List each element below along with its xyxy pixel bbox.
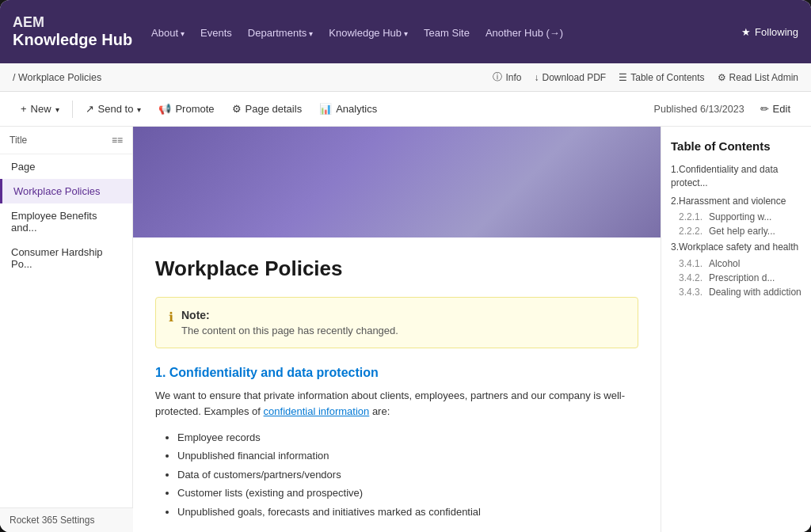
page-details-button[interactable]: ⚙ Page details xyxy=(224,99,310,119)
section1-heading[interactable]: 1. Confidentiality and data protection xyxy=(155,366,638,380)
toc-title: Table of Contents xyxy=(671,139,801,153)
sidebar: Title ≡ Page Workplace Policies Employee… xyxy=(0,127,133,532)
settings-icon xyxy=(718,72,726,83)
toc-item[interactable]: 2.Harassment and violence xyxy=(671,192,801,211)
nav-another-hub[interactable]: Another Hub (→) xyxy=(479,24,569,42)
new-icon: + xyxy=(21,103,27,115)
note-title: Note: xyxy=(181,309,398,321)
list-item: Data of customers/partners/vendors xyxy=(177,466,638,484)
read-list-admin-action[interactable]: Read List Admin xyxy=(718,72,798,83)
toc-item[interactable]: 3.Workplace safety and health xyxy=(671,238,801,256)
download-pdf-action[interactable]: Download PDF xyxy=(535,72,607,83)
nav-knowledge-hub[interactable]: Knowledge Hub xyxy=(322,24,414,42)
sidebar-title-label: Title xyxy=(10,135,27,146)
page-title: Workplace Policies xyxy=(155,256,638,281)
sidebar-item-page[interactable]: Page xyxy=(0,154,132,179)
toc-sub-text: Dealing with addiction xyxy=(709,287,801,298)
sidebar-header: Title ≡ xyxy=(0,127,132,154)
info-action[interactable]: Info xyxy=(493,70,521,84)
note-content: Note: The content on this page has recen… xyxy=(181,309,398,336)
toc-sub-text: Prescription d... xyxy=(709,272,775,283)
page-content: Workplace Policies ℹ Note: The content o… xyxy=(133,127,811,532)
nav-departments[interactable]: Departments xyxy=(242,24,319,42)
sidebar-footer-settings[interactable]: Rocket 365 Settings xyxy=(0,507,133,532)
note-text: The content on this page has recently ch… xyxy=(181,325,398,336)
sidebar-item-consumer-hardship[interactable]: Consumer Hardship Po... xyxy=(0,240,132,276)
confidential-info-link[interactable]: confidential information xyxy=(264,405,370,417)
edit-icon xyxy=(760,103,769,115)
page-details-icon: ⚙ xyxy=(232,103,242,115)
nav-links: About Events Departments Knowledge Hub T… xyxy=(145,24,569,42)
breadcrumb: / Workplace Policies xyxy=(13,72,101,83)
bullet-list: Employee records Unpublished financial i… xyxy=(177,428,638,521)
analytics-icon: 📊 xyxy=(319,103,332,115)
list-icon: ≡ xyxy=(112,135,123,146)
breadcrumb-actions: Info Download PDF Table of Contents Read… xyxy=(493,70,798,84)
list-item: Customer lists (existing and prospective… xyxy=(177,484,638,502)
logo-abbr: AEM xyxy=(13,14,132,31)
analytics-button[interactable]: 📊 Analytics xyxy=(311,99,385,119)
chevron-down-icon xyxy=(137,103,141,115)
list-item: Unpublished financial information xyxy=(177,446,638,465)
info-icon xyxy=(493,70,502,84)
note-box: ℹ Note: The content on this page has rec… xyxy=(155,297,638,348)
nav-about[interactable]: About xyxy=(145,24,191,42)
logo-block: AEM Knowledge Hub xyxy=(13,14,132,49)
section1-intro: We want to ensure that private informati… xyxy=(155,388,638,419)
list-item: Employee records xyxy=(177,428,638,446)
hero-banner xyxy=(133,127,661,238)
toolbar-left: + New ↗ Send to 📢 Promote ⚙ Page details… xyxy=(13,99,385,119)
toc-sub-item[interactable]: 2.2.2. Get help early... xyxy=(671,224,801,238)
sidebar-item-employee-benefits[interactable]: Employee Benefits and... xyxy=(0,203,132,240)
nav-left: AEM Knowledge Hub About Events Departmen… xyxy=(13,14,569,49)
edit-button[interactable]: Edit xyxy=(752,99,798,119)
toc-sub-text: Supporting w... xyxy=(709,211,771,222)
chevron-down-icon xyxy=(404,27,408,39)
toolbar-right: Published 6/13/2023 Edit xyxy=(654,99,798,119)
toc-sub-item[interactable]: 2.2.1. Supporting w... xyxy=(671,210,801,224)
chevron-down-icon xyxy=(55,103,59,115)
main-area: Title ≡ Page Workplace Policies Employee… xyxy=(0,127,811,532)
chevron-down-icon xyxy=(309,27,313,39)
content-body: Workplace Policies ℹ Note: The content o… xyxy=(133,238,661,532)
download-icon xyxy=(535,72,539,83)
top-navigation: AEM Knowledge Hub About Events Departmen… xyxy=(0,0,811,63)
promote-button[interactable]: 📢 Promote xyxy=(150,99,222,119)
breadcrumb-bar: / Workplace Policies Info Download PDF T… xyxy=(0,63,811,92)
toc-sub-num: 3.4.3. xyxy=(679,287,702,298)
toc-sub-item[interactable]: 3.4.1. Alcohol xyxy=(671,256,801,271)
list-item: Unpublished goals, forecasts and initiat… xyxy=(177,503,638,521)
toc-sub-text: Alcohol xyxy=(709,258,740,269)
toc-item[interactable]: 1.Confidentiality and data protect... xyxy=(671,161,801,192)
note-icon: ℹ xyxy=(169,310,173,325)
toolbar: + New ↗ Send to 📢 Promote ⚙ Page details… xyxy=(0,92,811,127)
toc-action[interactable]: Table of Contents xyxy=(619,72,704,83)
toolbar-divider xyxy=(72,101,73,118)
star-icon xyxy=(741,26,751,38)
nav-events[interactable]: Events xyxy=(194,24,238,42)
send-icon: ↗ xyxy=(86,103,94,115)
site-title: Knowledge Hub xyxy=(13,31,132,49)
sidebar-item-workplace-policies[interactable]: Workplace Policies xyxy=(0,179,132,203)
toc-sub-item[interactable]: 3.4.2. Prescription d... xyxy=(671,271,801,285)
toc-sub-num: 3.4.2. xyxy=(679,272,702,283)
toc-sub-text: Get help early... xyxy=(709,226,775,237)
content-main: Workplace Policies ℹ Note: The content o… xyxy=(133,127,661,532)
toc-sub-num: 2.2.2. xyxy=(679,226,702,237)
toc-sub-num: 3.4.1. xyxy=(679,258,702,269)
following-button[interactable]: Following xyxy=(741,26,798,38)
toc-panel: Table of Contents 1.Confidentiality and … xyxy=(661,127,811,532)
chevron-down-icon xyxy=(181,27,185,39)
nav-team-site[interactable]: Team Site xyxy=(417,24,476,42)
toc-sub-item[interactable]: 3.4.3. Dealing with addiction xyxy=(671,285,801,299)
toc-sub-num: 2.2.1. xyxy=(679,211,702,222)
published-date: Published 6/13/2023 xyxy=(654,104,744,115)
toc-icon xyxy=(619,72,627,83)
new-button[interactable]: + New xyxy=(13,99,67,119)
send-to-button[interactable]: ↗ Send to xyxy=(78,99,150,119)
promote-icon: 📢 xyxy=(158,103,171,115)
